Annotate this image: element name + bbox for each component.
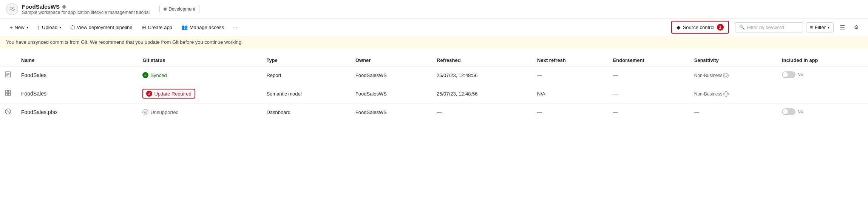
row-sensitivity-cell: Non-Business ⓘ <box>690 66 777 84</box>
toggle-track[interactable] <box>782 71 795 78</box>
row-icon-cell <box>0 84 17 103</box>
row-included-in-app-cell: No <box>777 66 868 84</box>
row-refreshed-cell: 25/07/23, 12:48:56 <box>432 84 533 103</box>
filter-lines-icon: ≡ <box>810 25 813 30</box>
included-in-app-toggle[interactable]: No <box>782 108 803 115</box>
table-row: FoodSales.pbix ⊘ Unsupported Dashboard F… <box>0 103 868 121</box>
item-name-text[interactable]: FoodSales <box>21 91 46 97</box>
pipeline-icon: ⬡ <box>70 24 75 30</box>
filter-area: 🔍 Filter by keyword ≡ Filter ▾ ☰ ⚙ <box>735 22 862 33</box>
pbix-icon <box>5 109 11 116</box>
diamond-icon: ◆ <box>62 3 66 9</box>
th-type[interactable]: Type <box>262 54 351 66</box>
workspace-name-text: FoodSalesWS <box>22 3 60 10</box>
endorsement-text: — <box>613 91 618 97</box>
row-owner-cell: FoodSalesWS <box>351 103 432 121</box>
update-required-label: Update Required <box>154 91 191 97</box>
th-endorsement[interactable]: Endorsement <box>609 54 690 66</box>
row-included-in-app-cell <box>777 84 868 103</box>
synced-label: Synced <box>150 72 167 78</box>
th-included-in-app[interactable]: Included in app <box>777 54 868 66</box>
row-next-refresh-cell: N/A <box>533 84 609 103</box>
owner-text: FoodSalesWS <box>355 72 387 78</box>
row-git-status-cell: ⊘ Unsupported <box>138 103 262 121</box>
workspace-name-row: FoodSalesWS ◆ <box>22 3 150 10</box>
dev-badge-dot <box>164 8 167 11</box>
row-name-cell: FoodSales <box>17 84 138 103</box>
row-refreshed-cell: — <box>432 103 533 121</box>
svg-rect-4 <box>5 90 8 92</box>
view-pipeline-button[interactable]: ⬡ View deployment pipeline <box>66 22 136 32</box>
search-icon: 🔍 <box>739 25 745 30</box>
next-refresh-text: — <box>537 72 542 78</box>
toggle-track[interactable] <box>782 108 795 115</box>
synced-icon: ✓ <box>142 72 148 78</box>
source-control-icon: ◆ <box>676 24 681 30</box>
create-app-button[interactable]: ⊞ Create app <box>138 22 176 32</box>
new-caret-icon: ▾ <box>26 25 28 29</box>
row-endorsement-cell: — <box>609 103 690 121</box>
filter-button[interactable]: ≡ Filter ▾ <box>806 22 834 32</box>
row-owner-cell: FoodSalesWS <box>351 84 432 103</box>
row-included-in-app-cell: No <box>777 103 868 121</box>
toggle-thumb <box>783 109 788 114</box>
row-next-refresh-cell: — <box>533 66 609 84</box>
new-button[interactable]: + New ▾ <box>6 22 32 32</box>
th-git-status[interactable]: Git status <box>138 54 262 66</box>
new-label: New <box>15 25 25 30</box>
th-sensitivity[interactable]: Sensitivity <box>690 54 777 66</box>
upload-button[interactable]: ↑ Upload ▾ <box>34 22 65 33</box>
owner-text: FoodSalesWS <box>355 91 387 97</box>
th-next-refresh[interactable]: Next refresh <box>533 54 609 66</box>
row-type-cell: Semantic model <box>262 84 351 103</box>
source-control-button[interactable]: ◆ Source control 1 <box>671 21 729 34</box>
upload-label: Upload <box>42 25 57 30</box>
svg-rect-7 <box>8 93 11 96</box>
row-name-cell: FoodSales.pbix <box>17 103 138 121</box>
list-view-button[interactable]: ☰ <box>837 22 848 33</box>
manage-access-icon: 👥 <box>181 24 188 30</box>
row-endorsement-cell: — <box>609 66 690 84</box>
workspace-info: FoodSalesWS ◆ Sample workspace for appli… <box>22 3 150 15</box>
row-git-status-cell: ↺ Update Required <box>138 84 262 103</box>
sensitivity-info-icon[interactable]: ⓘ <box>723 73 729 78</box>
manage-access-button[interactable]: 👥 Manage access <box>178 22 228 32</box>
next-refresh-text: — <box>537 109 542 115</box>
th-owner[interactable]: Owner <box>351 54 432 66</box>
more-options-button[interactable]: ··· <box>229 22 241 32</box>
environment-badge[interactable]: Development <box>159 5 199 13</box>
more-options-icon: ··· <box>233 25 237 30</box>
row-owner-cell: FoodSalesWS <box>351 66 432 84</box>
toolbar: + New ▾ ↑ Upload ▾ ⬡ View deployment pip… <box>0 18 868 36</box>
row-type-cell: Report <box>262 66 351 84</box>
row-endorsement-cell: — <box>609 84 690 103</box>
item-name-text[interactable]: FoodSales.pbix <box>21 109 58 115</box>
settings-button[interactable]: ⚙ <box>851 22 862 32</box>
environment-badge-label: Development <box>168 6 195 12</box>
create-app-label: Create app <box>148 25 172 30</box>
warning-banner: You have unsynced commits from Git. We r… <box>0 36 868 48</box>
filter-label: Filter <box>815 25 826 30</box>
included-in-app-toggle[interactable]: No <box>782 71 803 78</box>
keyword-filter-input[interactable]: 🔍 Filter by keyword <box>735 22 803 32</box>
source-control-label: Source control <box>683 25 715 30</box>
endorsement-text: — <box>613 72 618 78</box>
th-refreshed[interactable]: Refreshed <box>432 54 533 66</box>
upload-caret-icon: ▾ <box>59 25 61 29</box>
view-pipeline-label: View deployment pipeline <box>77 25 132 30</box>
th-name[interactable]: Name <box>17 54 138 66</box>
sensitivity-info-icon[interactable]: ⓘ <box>723 91 729 97</box>
row-icon-cell <box>0 66 17 84</box>
workspace-description: Sample workspace for application lifecyc… <box>22 10 150 15</box>
next-refresh-text: N/A <box>537 91 545 97</box>
sensitivity-label: Non-Business <box>694 73 723 78</box>
source-control-badge: 1 <box>717 24 724 31</box>
type-text: Semantic model <box>266 91 301 97</box>
svg-line-9 <box>6 110 9 113</box>
svg-rect-6 <box>5 93 8 96</box>
semantic-model-icon <box>5 91 11 97</box>
table-row: FoodSales ✓ Synced Report FoodSalesWS 25… <box>0 66 868 84</box>
item-name-text[interactable]: FoodSales <box>21 72 46 78</box>
row-next-refresh-cell: — <box>533 103 609 121</box>
header-top: FS FoodSalesWS ◆ Sample workspace for ap… <box>0 0 868 18</box>
